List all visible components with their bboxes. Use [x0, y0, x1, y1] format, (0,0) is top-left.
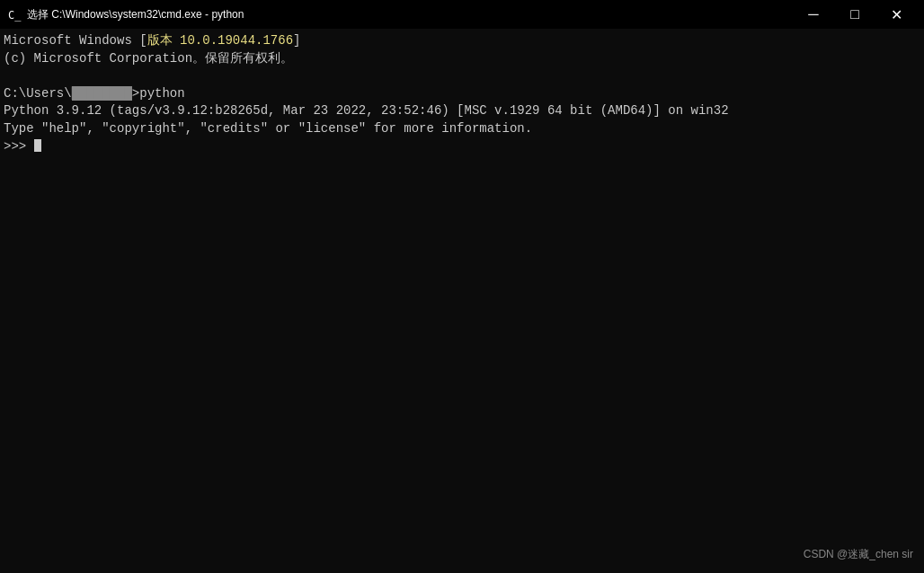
console-line-3	[4, 67, 920, 85]
title-bar-controls: ─ □ ✕	[793, 0, 917, 29]
close-button[interactable]: ✕	[875, 0, 917, 29]
console-line-2: (c) Microsoft Corporation。保留所有权利。	[4, 50, 920, 68]
cmd-icon: C_	[7, 7, 22, 22]
minimize-button[interactable]: ─	[793, 0, 834, 29]
console-line-1: Microsoft Windows [版本 10.0.19044.1766]	[4, 32, 920, 50]
console-line-6: Type "help", "copyright", "credits" or "…	[4, 120, 920, 138]
terminal-window: C_ 选择 C:\Windows\system32\cmd.exe - pyth…	[0, 0, 924, 573]
title-bar: C_ 选择 C:\Windows\system32\cmd.exe - pyth…	[0, 0, 924, 29]
maximize-button[interactable]: □	[834, 0, 875, 29]
console-line-4: C:\Users\████████>python	[4, 85, 920, 103]
title-bar-left: C_ 选择 C:\Windows\system32\cmd.exe - pyth…	[7, 7, 244, 22]
watermark: CSDN @迷藏_chen sir	[804, 547, 913, 562]
console-line-5: Python 3.9.12 (tags/v3.9.12:b28265d, Mar…	[4, 102, 920, 120]
console-body[interactable]: Microsoft Windows [版本 10.0.19044.1766] (…	[0, 29, 924, 573]
svg-text:C_: C_	[8, 9, 22, 22]
console-prompt-line: >>>	[4, 138, 920, 156]
title-bar-text: 选择 C:\Windows\system32\cmd.exe - python	[27, 7, 244, 22]
